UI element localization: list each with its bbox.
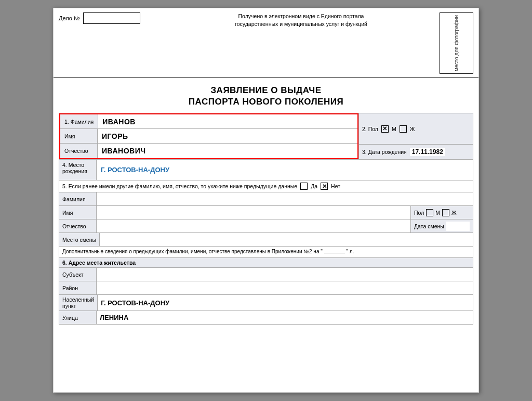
fio-highlighted: 1. Фамилия ИВАНОВ Имя ИГОРЬ Отчество ИВА… [59,113,358,159]
pol-dob-block: 2. Пол ✕ М Ж 3. Дата рождения 17.11.1982 [358,113,473,159]
form-body: 1. Фамилия ИВАНОВ Имя ИГОРЬ Отчество ИВА… [54,113,478,330]
pol-m-checkbox[interactable]: ✕ [381,125,389,133]
photo-placeholder: место для фотографии [440,12,473,74]
mesto-rozh-label: 4. Место рождения [59,160,97,180]
otchestvo2-value [97,219,410,232]
imya-label: Имя [60,129,98,143]
pol2-label: Пол [414,210,424,216]
document-page: Дело № Получено в электронном виде с Еди… [53,8,479,393]
delo-input[interactable] [83,12,140,24]
naselen-punkt-value: Г. РОСТОВ-НА-ДОНУ [98,295,473,311]
pol2-m-label: М [435,210,440,216]
item5-net-label: Нет [331,183,340,189]
fio-pol-block: 1. Фамилия ИВАНОВ Имя ИГОРЬ Отчество ИВА… [59,113,473,160]
pol2-block: Пол М Ж [410,206,473,219]
otchestvo-label: Отчество [60,144,98,158]
otchestvo2-label: Отчество [59,219,97,232]
rayon-row: Район [59,281,473,295]
item5-question-row: 5. Если ранее имели другие фамилию, имя,… [59,180,473,192]
otchestvo-row: Отчество ИВАНОВИЧ [60,144,357,158]
mesto-rozh-value: Г. РОСТОВ-НА-ДОНУ [97,160,473,180]
mesto-smeny-label: Место смены [59,233,100,246]
mesto-smeny-value [100,233,473,246]
document-title: ЗАЯВЛЕНИЕ О ВЫДАЧЕ ПАСПОРТА НОВОГО ПОКОЛ… [54,77,478,113]
item5-da-checkbox[interactable] [300,183,308,190]
additional-note2: " л. [346,249,354,254]
delo-block: Дело № [59,12,163,24]
rayon-label: Район [59,281,97,294]
mesto-smeny-row: Место смены [59,233,473,247]
familiya2-row: Фамилия [59,192,473,206]
pol2-m-checkbox[interactable] [426,209,433,216]
header-received-text: Получено в электронном виде с Единого по… [163,12,440,28]
item5-da-label: Да [311,183,317,189]
familiya2-label: Фамилия [59,192,97,205]
pol-row: 2. Пол ✕ М Ж [359,113,473,145]
familiya-value: ИВАНОВ [98,114,357,128]
additional-note: Дополнительные сведения о предыдущих фам… [62,249,323,254]
naselen-punkt-label: Населенный пункт [59,295,98,311]
otchestvo2-row: Отчество Дата смены [59,219,473,233]
rayon-value [97,281,473,294]
ulitsa-label: Улица [59,311,97,324]
naselen-punkt-row: Населенный пункт Г. РОСТОВ-НА-ДОНУ [59,295,473,311]
imya2-value [97,206,410,219]
pol-label: 2. Пол [362,126,378,132]
pol-zh-label: Ж [410,126,415,132]
otchestvo-value: ИВАНОВИЧ [98,144,357,158]
dob-label: 3. Дата рождения [362,149,407,155]
mesto-rozh-row: 4. Место рождения Г. РОСТОВ-НА-ДОНУ [59,160,473,180]
pol2-zh-checkbox[interactable] [442,209,449,216]
imya2-label: Имя [59,206,97,219]
item5-net-checkbox[interactable]: ✕ [321,183,328,190]
item5-text: 5. Если ранее имели другие фамилию, имя,… [62,183,297,189]
data-smeny-value [446,222,470,231]
imya-value: ИГОРЬ [98,129,357,143]
subekt-label: Субъект [59,268,97,281]
familiya-row: 1. Фамилия ИВАНОВ [60,114,357,129]
imya-row: Имя ИГОРЬ [60,129,357,144]
pol2-zh-label: Ж [451,210,457,216]
ulitsa-value: ЛЕНИНА [97,311,473,324]
item6-label: 6. Адрес места жительства [59,258,473,268]
additional-note-row: Дополнительные сведения о предыдущих фам… [59,247,473,258]
header-area: Дело № Получено в электронном виде с Еди… [54,8,478,77]
subekt-row: Субъект [59,268,473,281]
familiya2-value [97,192,473,205]
dob-row: 3. Дата рождения 17.11.1982 [359,145,473,159]
pol-m-label: М [392,126,396,132]
pol-zh-checkbox[interactable] [400,125,407,133]
title-line1: ЗАЯВЛЕНИЕ О ВЫДАЧЕ [59,85,473,96]
subekt-value [97,268,473,281]
imya2-row: Имя Пол М Ж [59,206,473,219]
title-line2: ПАСПОРТА НОВОГО ПОКОЛЕНИЯ [59,96,473,108]
delo-label: Дело № [59,15,80,21]
dob-value: 17.11.1982 [410,148,445,156]
familiya-label: 1. Фамилия [60,114,98,128]
data-smeny-label: Дата смены [414,223,444,229]
ulitsa-row: Улица ЛЕНИНА [59,311,473,325]
data-smeny-block: Дата смены [410,219,473,232]
